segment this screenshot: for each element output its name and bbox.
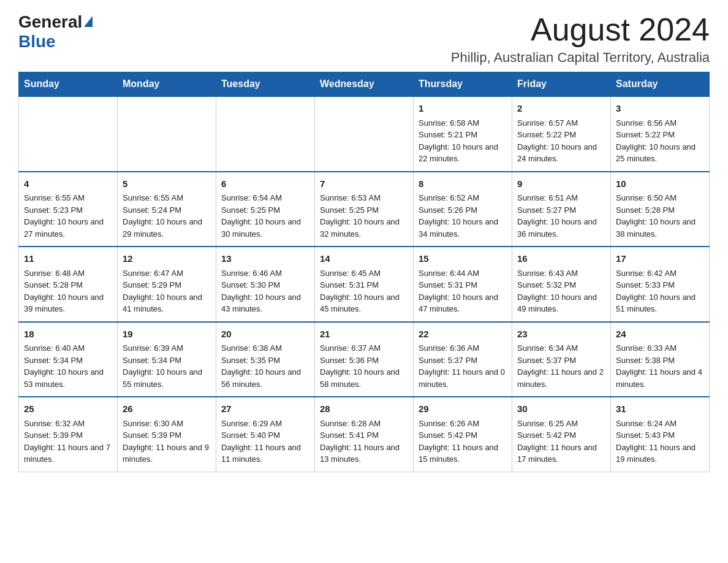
day-number: 7 [320, 177, 408, 191]
calendar-week-row: 11Sunrise: 6:48 AM Sunset: 5:28 PM Dayli… [19, 247, 710, 322]
day-info: Sunrise: 6:52 AM Sunset: 5:26 PM Dayligh… [419, 192, 507, 240]
calendar-cell: 25Sunrise: 6:32 AM Sunset: 5:39 PM Dayli… [19, 397, 118, 472]
calendar-cell: 10Sunrise: 6:50 AM Sunset: 5:28 PM Dayli… [611, 172, 710, 247]
calendar-cell: 27Sunrise: 6:29 AM Sunset: 5:40 PM Dayli… [216, 397, 315, 472]
calendar-cell: 22Sunrise: 6:36 AM Sunset: 5:37 PM Dayli… [414, 322, 512, 397]
day-number: 26 [123, 402, 211, 416]
day-number: 5 [123, 177, 211, 191]
day-number: 13 [221, 252, 309, 266]
calendar-header-tuesday: Tuesday [216, 72, 315, 97]
day-info: Sunrise: 6:34 AM Sunset: 5:37 PM Dayligh… [517, 342, 605, 390]
day-number: 19 [123, 327, 211, 342]
day-number: 24 [616, 327, 704, 342]
logo-text-general: General [18, 12, 82, 32]
day-info: Sunrise: 6:38 AM Sunset: 5:35 PM Dayligh… [221, 342, 309, 390]
day-number: 11 [24, 252, 112, 266]
logo-general: General [18, 12, 93, 32]
calendar-cell [315, 96, 414, 172]
day-info: Sunrise: 6:42 AM Sunset: 5:33 PM Dayligh… [616, 267, 704, 315]
day-info: Sunrise: 6:57 AM Sunset: 5:22 PM Dayligh… [517, 117, 605, 165]
calendar-header-wednesday: Wednesday [315, 72, 414, 97]
logo-arrow-icon [84, 16, 93, 27]
day-info: Sunrise: 6:58 AM Sunset: 5:21 PM Dayligh… [419, 117, 507, 165]
calendar-cell: 20Sunrise: 6:38 AM Sunset: 5:35 PM Dayli… [216, 322, 315, 397]
calendar-cell: 24Sunrise: 6:33 AM Sunset: 5:38 PM Dayli… [611, 322, 710, 397]
calendar-week-row: 25Sunrise: 6:32 AM Sunset: 5:39 PM Dayli… [19, 397, 710, 472]
day-info: Sunrise: 6:55 AM Sunset: 5:24 PM Dayligh… [123, 192, 211, 240]
calendar-cell [19, 96, 118, 172]
calendar-cell: 26Sunrise: 6:30 AM Sunset: 5:39 PM Dayli… [118, 397, 216, 472]
day-info: Sunrise: 6:50 AM Sunset: 5:28 PM Dayligh… [616, 192, 704, 240]
day-info: Sunrise: 6:47 AM Sunset: 5:29 PM Dayligh… [123, 267, 211, 315]
calendar-cell: 13Sunrise: 6:46 AM Sunset: 5:30 PM Dayli… [216, 247, 315, 322]
day-info: Sunrise: 6:30 AM Sunset: 5:39 PM Dayligh… [123, 418, 211, 465]
calendar-cell: 29Sunrise: 6:26 AM Sunset: 5:42 PM Dayli… [414, 397, 512, 472]
day-info: Sunrise: 6:51 AM Sunset: 5:27 PM Dayligh… [517, 192, 605, 240]
calendar-cell: 2Sunrise: 6:57 AM Sunset: 5:22 PM Daylig… [512, 96, 611, 172]
logo: General Blue [18, 12, 93, 52]
calendar-cell [118, 96, 216, 172]
day-number: 3 [616, 102, 704, 116]
calendar-cell: 19Sunrise: 6:39 AM Sunset: 5:34 PM Dayli… [118, 322, 216, 397]
calendar-cell: 3Sunrise: 6:56 AM Sunset: 5:22 PM Daylig… [611, 96, 710, 172]
day-info: Sunrise: 6:45 AM Sunset: 5:31 PM Dayligh… [320, 267, 408, 315]
calendar-cell: 16Sunrise: 6:43 AM Sunset: 5:32 PM Dayli… [512, 247, 611, 322]
day-number: 31 [616, 402, 704, 416]
calendar-header-row: SundayMondayTuesdayWednesdayThursdayFrid… [19, 72, 710, 97]
day-info: Sunrise: 6:37 AM Sunset: 5:36 PM Dayligh… [320, 342, 408, 390]
location-title: Phillip, Australian Capital Territory, A… [451, 50, 710, 66]
day-info: Sunrise: 6:43 AM Sunset: 5:32 PM Dayligh… [517, 267, 605, 315]
calendar-cell: 9Sunrise: 6:51 AM Sunset: 5:27 PM Daylig… [512, 172, 611, 247]
calendar-table: SundayMondayTuesdayWednesdayThursdayFrid… [18, 72, 710, 472]
calendar-week-row: 1Sunrise: 6:58 AM Sunset: 5:21 PM Daylig… [19, 96, 710, 172]
day-number: 4 [24, 177, 112, 191]
day-info: Sunrise: 6:26 AM Sunset: 5:42 PM Dayligh… [419, 418, 507, 465]
day-number: 16 [517, 252, 605, 266]
calendar-cell: 31Sunrise: 6:24 AM Sunset: 5:43 PM Dayli… [611, 397, 710, 472]
logo-text-blue: Blue [18, 32, 56, 52]
day-info: Sunrise: 6:53 AM Sunset: 5:25 PM Dayligh… [320, 192, 408, 240]
day-number: 9 [517, 177, 605, 191]
calendar-cell: 11Sunrise: 6:48 AM Sunset: 5:28 PM Dayli… [19, 247, 118, 322]
header: General Blue August 2024 Phillip, Austra… [18, 12, 710, 66]
calendar-cell: 18Sunrise: 6:40 AM Sunset: 5:34 PM Dayli… [19, 322, 118, 397]
day-number: 17 [616, 252, 704, 266]
day-number: 18 [24, 327, 112, 342]
day-info: Sunrise: 6:46 AM Sunset: 5:30 PM Dayligh… [221, 267, 309, 315]
title-area: August 2024 Phillip, Australian Capital … [451, 12, 710, 66]
day-number: 20 [221, 327, 309, 342]
day-info: Sunrise: 6:55 AM Sunset: 5:23 PM Dayligh… [24, 192, 112, 240]
day-number: 1 [419, 102, 507, 116]
day-info: Sunrise: 6:54 AM Sunset: 5:25 PM Dayligh… [221, 192, 309, 240]
day-number: 28 [320, 402, 408, 416]
day-info: Sunrise: 6:28 AM Sunset: 5:41 PM Dayligh… [320, 418, 408, 465]
calendar-cell: 15Sunrise: 6:44 AM Sunset: 5:31 PM Dayli… [414, 247, 512, 322]
day-info: Sunrise: 6:40 AM Sunset: 5:34 PM Dayligh… [24, 342, 112, 390]
calendar-header-saturday: Saturday [611, 72, 710, 97]
calendar-cell: 6Sunrise: 6:54 AM Sunset: 5:25 PM Daylig… [216, 172, 315, 247]
calendar-cell: 28Sunrise: 6:28 AM Sunset: 5:41 PM Dayli… [315, 397, 414, 472]
day-info: Sunrise: 6:24 AM Sunset: 5:43 PM Dayligh… [616, 418, 704, 465]
day-info: Sunrise: 6:39 AM Sunset: 5:34 PM Dayligh… [123, 342, 211, 390]
day-number: 10 [616, 177, 704, 191]
day-info: Sunrise: 6:56 AM Sunset: 5:22 PM Dayligh… [616, 117, 704, 165]
calendar-week-row: 4Sunrise: 6:55 AM Sunset: 5:23 PM Daylig… [19, 172, 710, 247]
calendar-cell: 30Sunrise: 6:25 AM Sunset: 5:42 PM Dayli… [512, 397, 611, 472]
calendar-cell: 14Sunrise: 6:45 AM Sunset: 5:31 PM Dayli… [315, 247, 414, 322]
calendar-week-row: 18Sunrise: 6:40 AM Sunset: 5:34 PM Dayli… [19, 322, 710, 397]
day-number: 15 [419, 252, 507, 266]
calendar-header-sunday: Sunday [19, 72, 118, 97]
calendar-cell: 23Sunrise: 6:34 AM Sunset: 5:37 PM Dayli… [512, 322, 611, 397]
calendar-cell: 12Sunrise: 6:47 AM Sunset: 5:29 PM Dayli… [118, 247, 216, 322]
month-title: August 2024 [451, 12, 710, 47]
day-number: 6 [221, 177, 309, 191]
calendar-cell: 5Sunrise: 6:55 AM Sunset: 5:24 PM Daylig… [118, 172, 216, 247]
day-number: 14 [320, 252, 408, 266]
day-info: Sunrise: 6:25 AM Sunset: 5:42 PM Dayligh… [517, 418, 605, 465]
day-info: Sunrise: 6:32 AM Sunset: 5:39 PM Dayligh… [24, 418, 112, 465]
calendar-header-friday: Friday [512, 72, 611, 97]
day-info: Sunrise: 6:29 AM Sunset: 5:40 PM Dayligh… [221, 418, 309, 465]
day-number: 27 [221, 402, 309, 416]
day-number: 30 [517, 402, 605, 416]
calendar-cell [216, 96, 315, 172]
